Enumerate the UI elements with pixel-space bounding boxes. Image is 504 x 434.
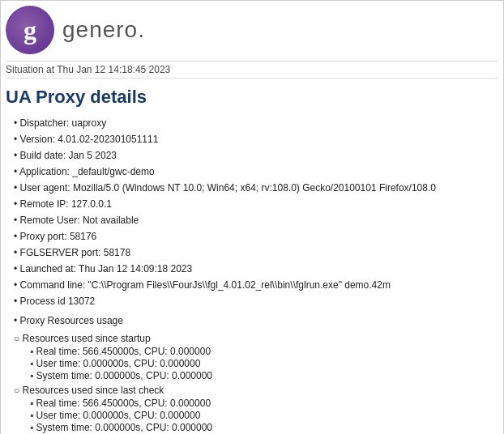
since-last-check-items: Real time: 566.450000s, CPU: 0.000000 Us…: [14, 398, 498, 433]
check-real-time: Real time: 566.450000s, CPU: 0.000000: [30, 398, 498, 409]
resources-header: Proxy Resources usage: [14, 313, 498, 328]
info-version: Version: 4.01.02-202301051111: [14, 132, 498, 147]
startup-system-time: System time: 0.000000s, CPU: 0.000000: [30, 370, 498, 381]
check-system-time: System time: 0.000000s, CPU: 0.000000: [30, 422, 498, 433]
header: g genero.: [6, 6, 498, 54]
logo-text: genero.: [62, 17, 145, 43]
check-user-time: User time: 0.000000s, CPU: 0.000000: [30, 410, 498, 421]
info-launched: Launched at: Thu Jan 12 14:09:18 2023: [14, 262, 498, 276]
logo-g-letter: g: [23, 15, 36, 45]
startup-user-time: User time: 0.000000s, CPU: 0.000000: [30, 358, 498, 369]
info-user-agent: User agent: Mozilla/5.0 (Windows NT 10.0…: [14, 181, 498, 195]
info-fglserver-port: FGLSERVER port: 58178: [14, 245, 498, 260]
startup-real-time: Real time: 566.450000s, CPU: 0.000000: [30, 346, 498, 357]
resources-section: Proxy Resources usage: [6, 313, 498, 328]
since-last-check-group: Resources used since last check Real tim…: [14, 385, 498, 433]
since-startup-items: Real time: 566.450000s, CPU: 0.000000 Us…: [14, 346, 498, 381]
info-application: Application: _default/gwc-demo: [14, 164, 498, 179]
resources-details: Resources used since startup Real time: …: [6, 333, 498, 433]
info-list: Dispatcher: uaproxy Version: 4.01.02-202…: [6, 116, 498, 308]
since-last-check-title: Resources used since last check: [14, 385, 498, 396]
info-process-id: Process id 13072: [14, 294, 498, 308]
info-remote-ip: Remote IP: 127.0.0.1: [14, 197, 498, 211]
info-dispatcher: Dispatcher: uaproxy: [14, 116, 498, 130]
info-build-date: Build date: Jan 5 2023: [14, 148, 498, 163]
info-proxy-port: Proxy port: 58176: [14, 229, 498, 244]
since-startup-title: Resources used since startup: [14, 333, 498, 344]
since-startup-group: Resources used since startup Real time: …: [14, 333, 498, 381]
info-command-line: Command line: "C:\\Program Files\\FourJs…: [14, 278, 498, 292]
info-remote-user: Remote User: Not available: [14, 213, 498, 228]
logo-circle: g: [6, 6, 54, 54]
situation-line: Situation at Thu Jan 12 14:18:45 2023: [6, 61, 498, 79]
page-title: UA Proxy details: [6, 87, 498, 108]
